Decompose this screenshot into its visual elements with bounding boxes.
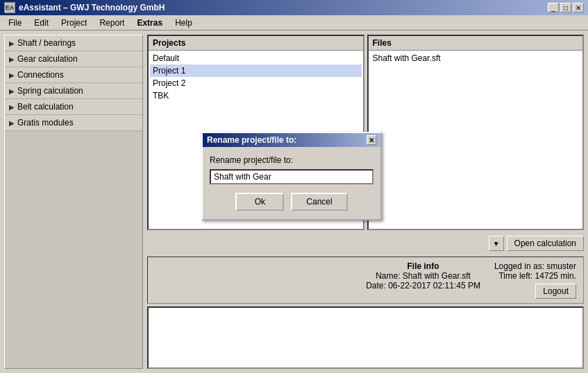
rename-dialog: Rename project/file to: ✕ Rename project…: [201, 132, 382, 220]
dialog-body: Rename project/file to: Ok Cancel: [203, 147, 380, 219]
files-list[interactable]: Shaft with Gear.sft: [369, 51, 583, 229]
file-info-right: Logged in as: smuster Time left: 14725 m…: [494, 261, 576, 299]
sidebar-item-gear-calculation[interactable]: ▶ Gear calculation: [5, 51, 142, 67]
sidebar-item-label: Shaft / bearings: [17, 38, 76, 48]
sidebar-item-shaft-bearings[interactable]: ▶ Shaft / bearings: [5, 35, 142, 51]
maximize-button[interactable]: □: [560, 3, 571, 12]
file-info-name: Name: Shaft with Gear.sft: [366, 271, 480, 281]
sidebar-item-label: Gratis modules: [17, 118, 74, 128]
list-item[interactable]: TBK: [150, 89, 362, 102]
bottom-controls: ▼ Open calculation: [147, 233, 584, 254]
sidebar-item-label: Spring calculation: [17, 86, 83, 96]
titlebar: EA eAssistant – GWJ Technology GmbH _ □ …: [0, 0, 588, 15]
titlebar-title: eAssistant – GWJ Technology GmbH: [19, 3, 165, 12]
list-item[interactable]: Default: [150, 52, 362, 64]
sidebar-item-spring-calculation[interactable]: ▶ Spring calculation: [5, 83, 142, 99]
list-item[interactable]: Project 2: [150, 77, 362, 89]
menu-edit[interactable]: Edit: [28, 17, 54, 29]
files-panel: Files Shaft with Gear.sft: [367, 35, 585, 230]
projects-panel-header: Projects: [149, 36, 363, 51]
sidebar: ▶ Shaft / bearings ▶ Gear calculation ▶ …: [4, 35, 143, 369]
sidebar-item-belt-calculation[interactable]: ▶ Belt calculation: [5, 99, 142, 115]
file-info-header: File info: [366, 261, 480, 271]
dialog-close-button[interactable]: ✕: [367, 135, 376, 145]
list-item[interactable]: Shaft with Gear.sft: [370, 52, 582, 64]
sidebar-item-label: Belt calculation: [17, 102, 74, 112]
file-info-center: File info Name: Shaft with Gear.sft Date…: [366, 261, 480, 290]
chevron-right-icon: ▶: [9, 71, 15, 79]
dialog-title: Rename project/file to:: [207, 135, 296, 145]
menu-help[interactable]: Help: [169, 17, 198, 29]
list-item[interactable]: Project 1: [150, 64, 362, 77]
logout-button[interactable]: Logout: [535, 284, 576, 299]
chevron-right-icon: ▶: [9, 40, 15, 47]
app-icon: EA: [4, 2, 15, 13]
menu-report[interactable]: Report: [94, 17, 130, 29]
chevron-right-icon: ▶: [9, 119, 15, 127]
ok-button[interactable]: Ok: [235, 193, 284, 211]
dialog-titlebar: Rename project/file to: ✕: [203, 133, 380, 147]
file-info-area: File info Name: Shaft with Gear.sft Date…: [147, 257, 584, 304]
sidebar-item-label: Gear calculation: [17, 54, 78, 64]
close-button[interactable]: ✕: [573, 3, 584, 12]
chevron-right-icon: ▶: [9, 87, 15, 95]
menu-file[interactable]: File: [3, 17, 27, 29]
sidebar-item-label: Connections: [17, 70, 64, 80]
dropdown-button[interactable]: ▼: [489, 236, 504, 251]
time-left-label: Time left: 14725 min.: [494, 271, 576, 281]
menu-project[interactable]: Project: [56, 17, 92, 29]
chevron-right-icon: ▶: [9, 103, 15, 111]
titlebar-buttons: _ □ ✕: [548, 3, 584, 12]
sidebar-item-connections[interactable]: ▶ Connections: [5, 67, 142, 83]
sidebar-item-gratis-modules[interactable]: ▶ Gratis modules: [5, 115, 142, 131]
cancel-button[interactable]: Cancel: [291, 193, 347, 211]
titlebar-left: EA eAssistant – GWJ Technology GmbH: [4, 2, 165, 13]
open-calculation-button[interactable]: Open calculation: [507, 236, 584, 251]
minimize-button[interactable]: _: [548, 3, 559, 12]
rename-input[interactable]: [210, 169, 373, 184]
dialog-label: Rename project/file to:: [210, 155, 373, 165]
chevron-right-icon: ▶: [9, 55, 15, 63]
menubar: File Edit Project Report Extras Help: [0, 15, 588, 31]
logged-in-label: Logged in as: smuster: [494, 261, 576, 271]
menu-extras[interactable]: Extras: [131, 17, 168, 29]
dialog-buttons: Ok Cancel: [210, 193, 373, 211]
text-area: [147, 306, 584, 369]
files-panel-header: Files: [369, 36, 583, 51]
file-info-date: Date: 06-22-2017 02:11:45 PM: [366, 281, 480, 290]
